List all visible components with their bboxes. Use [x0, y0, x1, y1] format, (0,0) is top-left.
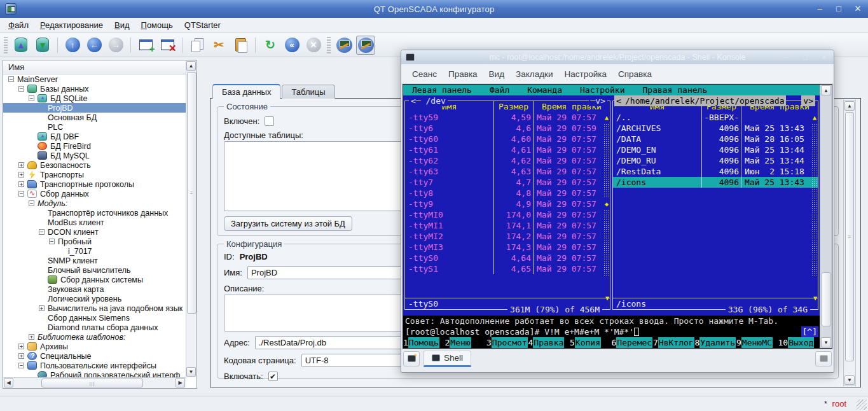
refresh-button[interactable]: ↻ [261, 36, 280, 55]
scroll-down-icon[interactable]: ▼ [186, 367, 196, 377]
scroll-up-icon[interactable]: ▲ [844, 101, 855, 111]
left-panel-scroll-column[interactable] [603, 112, 610, 276]
forward-button[interactable]: → [106, 36, 125, 55]
expand-icon[interactable]: + [39, 305, 45, 311]
file-row[interactable]: -tty604,60Май 29 07:57 [405, 134, 610, 144]
tree-item[interactable]: +Транспорты [3, 170, 186, 179]
tree-item[interactable]: Транспортёр источников данных [3, 208, 186, 218]
fn-key-7[interactable]: 7НвКтлог [653, 337, 695, 348]
cut-button[interactable]: ✂ [209, 36, 228, 55]
qtstarter-config-button[interactable] [334, 36, 354, 55]
file-row[interactable]: -ttyS14,65Май 29 07:57 [405, 263, 610, 274]
left-panel-path[interactable]: <─ /dev [409, 95, 448, 106]
expand-icon[interactable]: + [18, 344, 24, 349]
expand-icon[interactable]: + [18, 353, 24, 359]
collapse-icon[interactable]: − [39, 229, 45, 235]
tree-item[interactable]: БД FireBird [3, 141, 186, 151]
right-panel-path[interactable]: /home/andrelek/Project/openscada [623, 95, 786, 106]
konsole-close-button[interactable]: ✕ [819, 52, 829, 62]
konsole-menu-вид[interactable]: Вид [483, 69, 510, 79]
config-vertical-scrollbar[interactable]: ▲ ≡ ▼ [843, 100, 856, 386]
konsole-menu-справка[interactable]: Справка [612, 69, 658, 79]
tree-item[interactable]: БД DBF [3, 132, 186, 141]
tree-item[interactable]: −Сбор данных [3, 189, 186, 199]
scroll-right-icon[interactable]: ▶ [176, 378, 185, 387]
mc-command-line[interactable]: [root@localhost openscada]# V!M e+M#e+M … [403, 326, 820, 337]
collapse-icon[interactable]: − [18, 86, 24, 92]
tree-item[interactable]: Сбор данных Siemens [3, 313, 186, 323]
tree-item[interactable]: ModBus клиент [3, 218, 186, 227]
right-panel-menu-marker[interactable]: v> [801, 95, 815, 106]
tree-item[interactable]: −БД SQLite [3, 94, 186, 103]
tree-item[interactable]: +Транспортные протоколы [3, 179, 186, 189]
fn-key-8[interactable]: 8Удалить [695, 337, 737, 348]
konsole-minimize-button[interactable]: – [781, 52, 791, 62]
add-item-button[interactable]: + [136, 36, 155, 55]
scroll-down-icon[interactable]: ▼ [821, 337, 831, 347]
tree-item[interactable]: +Архивы [3, 342, 186, 351]
collapse-icon[interactable]: − [29, 200, 34, 206]
menu-item-редактирование[interactable]: Редактирование [34, 20, 109, 30]
file-row[interactable]: /DATA4096Май 28 16:05 [613, 134, 818, 144]
scroll-up-icon[interactable]: ▲ [821, 85, 831, 95]
tree-item[interactable]: БД MySQL [3, 151, 186, 160]
tree-item[interactable]: Звуковая карта [3, 284, 186, 294]
menu-item-вид[interactable]: Вид [109, 20, 135, 30]
session-list-button[interactable] [815, 351, 832, 366]
mc-menu-item[interactable]: Файл [481, 85, 518, 95]
save-to-db-button[interactable]: ▼ [33, 36, 52, 55]
tree-item[interactable]: +Библиотека шаблонов: [3, 332, 186, 342]
history-badge[interactable]: [^] [801, 326, 818, 337]
new-session-button[interactable]: ✳ [403, 351, 420, 366]
file-row[interactable]: -tty64,6Май 29 07:59 [405, 123, 610, 134]
mc-menu-item[interactable]: Команда [518, 85, 571, 95]
konsole-menu-закладки[interactable]: Закладки [510, 69, 558, 79]
tree-item[interactable]: −Базы данных [3, 84, 186, 94]
file-row[interactable]: -tty634,63Май 29 07:57 [405, 166, 610, 177]
mc-menu-item[interactable]: Правая панель [633, 85, 716, 95]
file-row[interactable]: -tty624,62Май 29 07:57 [405, 155, 610, 166]
tab-database[interactable]: База данных [212, 84, 280, 99]
resize-grip[interactable] [857, 400, 867, 410]
tree-item[interactable]: Блочный вычислитель [3, 265, 186, 275]
file-row[interactable]: /DEMO_EN4096Май 25 13:44 [613, 144, 818, 155]
file-row[interactable]: -ttyS04,64Май 29 07:57 [405, 253, 610, 263]
load-system-button[interactable]: Загрузить систему из этой БД [224, 216, 352, 231]
tree-item[interactable]: −Пробный [3, 237, 186, 246]
menu-item-помощь[interactable]: Помощь [135, 20, 179, 30]
collapse-icon[interactable]: − [18, 363, 24, 368]
file-row[interactable]: /RestData4096Июн 2 15:18 [613, 166, 818, 177]
tree-header[interactable]: Имя [3, 60, 186, 74]
fn-key-4[interactable]: 4Правка [528, 337, 570, 348]
tree-item[interactable]: −Модуль: [3, 199, 186, 208]
file-row[interactable]: /ARCHIVES4096Май 25 13:43 [613, 123, 818, 134]
collapse-icon[interactable]: − [29, 95, 34, 101]
tree-item[interactable]: Рабочий пользовательский интерф [3, 370, 186, 377]
right-panel-scroll-column[interactable] [811, 112, 818, 276]
up-button[interactable]: ↑ [63, 36, 82, 55]
file-row[interactable]: /icons4096Май 25 13:43 [613, 177, 818, 188]
file-row[interactable]: -ttyMI2174,2Май 29 07:57 [405, 231, 610, 242]
fn-key-10[interactable]: 10Выход [778, 337, 820, 348]
file-row[interactable]: -tty614,61Май 29 07:57 [405, 144, 610, 155]
fn-key-6[interactable]: 6Перемес [612, 337, 654, 348]
stop-button[interactable]: ✕ [304, 36, 323, 55]
paste-button[interactable] [231, 36, 250, 55]
delete-item-button[interactable]: ✕ [158, 36, 177, 55]
collapse-icon[interactable]: − [49, 239, 55, 244]
tree-item[interactable]: −Пользовательские интерфейсы [3, 361, 186, 370]
copy-button[interactable] [188, 36, 207, 55]
collapse-icon[interactable]: − [8, 76, 14, 82]
expand-icon[interactable]: + [29, 334, 34, 340]
menu-item-qtstarter[interactable]: QTStarter [179, 20, 226, 30]
tree-horizontal-scrollbar[interactable]: ◀ ||| ▶ [3, 377, 186, 388]
konsole-titlebar[interactable]: mc - root@localhost:/home/andrelek/Proje… [401, 50, 834, 64]
close-button[interactable]: ✕ [853, 4, 863, 14]
fn-key-9[interactable]: 9МенюМС [736, 337, 778, 348]
tab-shell[interactable]: Shell [424, 351, 471, 367]
expand-icon[interactable]: + [18, 172, 24, 178]
enabled-checkbox[interactable] [265, 116, 274, 126]
mc-menu-item[interactable]: Настройки [571, 85, 633, 95]
file-row[interactable]: -ttyMI1174,1Май 29 07:57 [405, 220, 610, 231]
collapse-icon[interactable]: − [18, 191, 24, 197]
